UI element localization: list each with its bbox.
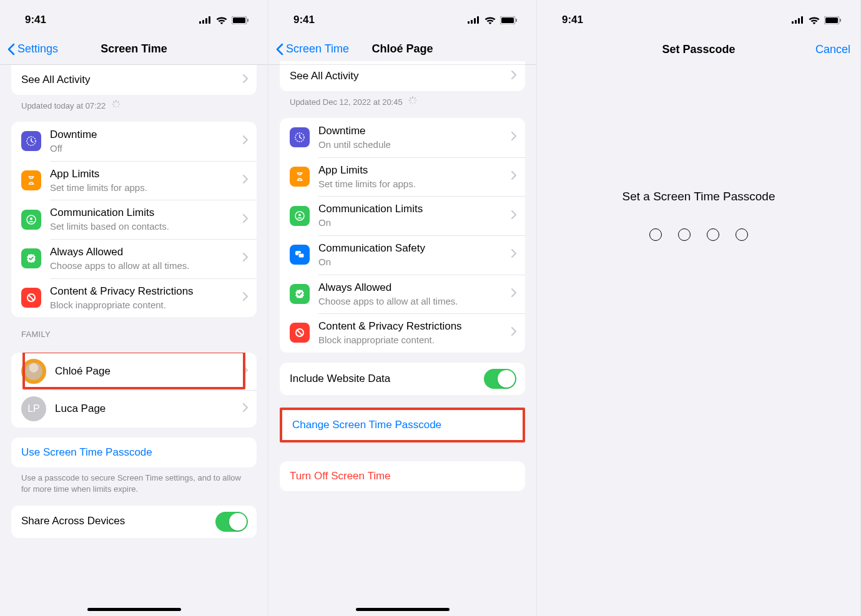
svg-line-34 <box>415 98 415 99</box>
row-sub: Set limits based on contacts. <box>50 220 239 233</box>
svg-rect-21 <box>471 20 473 24</box>
hourglass-icon <box>21 170 41 190</box>
passcode-dot <box>707 228 719 241</box>
svg-line-13 <box>114 106 114 107</box>
always-allowed-row[interactable]: Always AllowedChoose apps to allow at al… <box>11 239 257 278</box>
see-all-activity-label: See All Activity <box>21 73 239 87</box>
svg-line-33 <box>410 102 411 103</box>
svg-line-11 <box>114 102 114 102</box>
svg-rect-22 <box>474 18 476 24</box>
downtime-icon <box>21 131 41 151</box>
nav-bar: Screen Time Chloé Page <box>268 34 536 65</box>
always-allowed-row[interactable]: Always AllowedChoose apps to allow at al… <box>280 275 525 314</box>
activity-group: See All Activity <box>280 61 525 91</box>
chevron-right-icon <box>511 288 516 300</box>
row-title: Use Screen Time Passcode <box>21 446 248 459</box>
website-data-group: Include Website Data <box>280 363 525 395</box>
content-privacy-row[interactable]: Content & Privacy RestrictionsBlock inap… <box>280 313 525 353</box>
see-all-activity-row[interactable]: See All Activity <box>280 61 525 91</box>
status-indicators <box>792 16 842 24</box>
downtime-row[interactable]: DowntimeOff <box>11 122 257 161</box>
row-title: Include Website Data <box>290 372 484 386</box>
chevron-left-icon <box>7 43 15 56</box>
toggle-switch[interactable] <box>215 512 248 532</box>
svg-rect-23 <box>477 16 479 24</box>
svg-rect-44 <box>798 18 800 24</box>
content-privacy-row[interactable]: Content & Privacy RestrictionsBlock inap… <box>11 278 257 318</box>
chevron-right-icon <box>511 327 516 338</box>
svg-rect-45 <box>801 16 803 24</box>
chevron-right-icon <box>243 366 248 377</box>
status-bar: 9:41 <box>0 0 268 34</box>
chevron-right-icon <box>243 292 248 303</box>
share-group: Share Across Devices <box>11 506 257 538</box>
svg-point-37 <box>298 213 301 216</box>
change-screen-time-passcode[interactable]: Change Screen Time Passcode <box>282 410 523 440</box>
see-all-activity-row[interactable]: See All Activity <box>11 65 257 95</box>
wifi-icon <box>216 16 227 24</box>
row-sub: Off <box>50 142 239 155</box>
row-sub: Block inappropriate content. <box>318 334 508 346</box>
nav-bar: Set Passcode Cancel <box>537 34 860 65</box>
back-button[interactable]: Screen Time <box>276 42 349 56</box>
family-name: Luca Page <box>55 402 239 416</box>
checkmark-seal-icon <box>290 284 310 304</box>
chevron-right-icon <box>243 403 248 414</box>
family-member-chloe[interactable]: Chloé Page <box>11 353 257 390</box>
battery-icon <box>500 16 518 24</box>
family-name: Chloé Page <box>55 364 239 378</box>
row-title: Turn Off Screen Time <box>290 469 516 483</box>
battery-icon <box>232 16 249 24</box>
downtime-row[interactable]: DowntimeOn until schedule <box>280 118 525 157</box>
passcode-dots <box>537 228 860 241</box>
home-indicator[interactable] <box>87 608 181 611</box>
svg-rect-6 <box>247 19 248 22</box>
home-indicator[interactable] <box>356 608 450 611</box>
page-title: Set Passcode <box>537 43 860 56</box>
chevron-right-icon <box>511 132 516 143</box>
chevron-left-icon <box>276 43 283 56</box>
downtime-icon <box>290 127 310 147</box>
updated-footer: Updated today at 07:22 <box>0 95 268 112</box>
svg-rect-25 <box>501 17 514 23</box>
svg-rect-2 <box>205 18 207 24</box>
row-title: Content & Privacy Restrictions <box>318 320 508 333</box>
chevron-right-icon <box>243 214 248 225</box>
chevron-right-icon <box>243 135 248 147</box>
row-sub: Set time limits for apps. <box>50 182 239 194</box>
family-member-luca[interactable]: LP Luca Page <box>11 390 257 428</box>
communication-limits-row[interactable]: Communication LimitsSet limits based on … <box>11 200 257 239</box>
cellular-icon <box>199 16 212 24</box>
row-sub: Set time limits for apps. <box>318 178 508 190</box>
row-sub: Choose apps to allow at all times. <box>318 295 508 308</box>
avatar <box>21 359 46 384</box>
cancel-button[interactable]: Cancel <box>815 43 850 56</box>
limits-group: DowntimeOn until schedule App LimitsSet … <box>280 118 525 353</box>
back-button[interactable]: Settings <box>7 42 58 56</box>
app-limits-row[interactable]: App LimitsSet time limits for apps. <box>11 161 257 200</box>
change-passcode-group: Change Screen Time Passcode <box>280 408 525 442</box>
content: See All Activity Updated today at 07:22 … <box>0 65 268 563</box>
spinner-icon <box>408 96 417 108</box>
include-website-data-row[interactable]: Include Website Data <box>280 363 525 395</box>
share-across-devices-row[interactable]: Share Across Devices <box>11 506 257 538</box>
toggle-switch[interactable] <box>484 369 516 389</box>
svg-line-12 <box>118 106 119 107</box>
status-time: 9:41 <box>562 14 583 26</box>
svg-rect-47 <box>825 17 838 23</box>
cellular-icon <box>468 16 480 24</box>
use-screen-time-passcode[interactable]: Use Screen Time Passcode <box>11 438 257 467</box>
svg-rect-39 <box>298 253 304 258</box>
communication-limits-row[interactable]: Communication LimitsOn <box>280 196 525 235</box>
passcode-dot <box>649 228 662 241</box>
row-title: Always Allowed <box>50 245 239 259</box>
row-sub: Block inappropriate content. <box>50 299 239 311</box>
spinner-icon <box>112 100 121 112</box>
turn-off-screen-time[interactable]: Turn Off Screen Time <box>280 461 525 491</box>
chevron-right-icon <box>243 74 248 86</box>
svg-rect-1 <box>202 20 204 24</box>
cellular-icon <box>792 16 804 24</box>
communication-safety-row[interactable]: Communication SafetyOn <box>280 235 525 275</box>
app-limits-row[interactable]: App LimitsSet time limits for apps. <box>280 157 525 197</box>
passcode-dot <box>678 228 691 241</box>
